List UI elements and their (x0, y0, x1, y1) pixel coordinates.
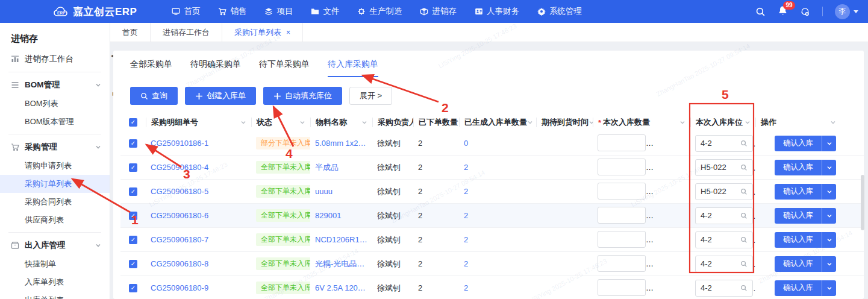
order-id-link[interactable]: CG250906180-9 (146, 283, 251, 292)
unit-select[interactable]: 个 (651, 280, 689, 297)
material-link[interactable]: 829001 (310, 211, 372, 220)
breadcrumb-tab-进销存工作台[interactable]: 进销存工作台 (151, 23, 222, 42)
confirm-dropdown-toggle[interactable] (822, 280, 836, 296)
row-checkbox[interactable]: ✓ (129, 139, 137, 148)
generated-qty-link[interactable]: 2 (459, 259, 536, 268)
confirm-inbound-button[interactable]: 确认入库 (775, 184, 836, 200)
nav-item-production[interactable]: 生产制造 (357, 6, 402, 17)
location-input[interactable]: 4-2 (695, 280, 753, 297)
material-link[interactable]: 6V 2.5A 1206自... (310, 283, 372, 294)
generated-qty-link[interactable]: 2 (459, 283, 536, 292)
sort-caret-icon[interactable] (527, 119, 533, 125)
confirm-inbound-button[interactable]: 确认入库 (775, 136, 836, 151)
unit-select[interactable]: 个 (651, 183, 689, 200)
inbound-qty-input[interactable] (598, 231, 646, 248)
inbound-qty-input[interactable] (598, 159, 646, 175)
autofill-location-button[interactable]: 自动填充库位 (263, 87, 342, 105)
nav-item-hr-finance[interactable]: 人事财务 (475, 6, 519, 17)
row-checkbox[interactable]: ✓ (129, 236, 137, 244)
confirm-inbound-button[interactable]: 确认入库 (775, 256, 836, 272)
location-input[interactable]: 4-2 (695, 256, 753, 272)
unit-select[interactable]: 个 (651, 207, 689, 224)
location-input[interactable]: 4-2 (695, 135, 753, 152)
create-inbound-order-button[interactable]: 创建入库单 (185, 87, 256, 105)
sidebar-item-进销存工作台[interactable]: 进销存工作台 (0, 49, 110, 69)
query-button[interactable]: 查询 (130, 87, 178, 105)
location-input[interactable]: H5-022 (695, 159, 753, 176)
row-checkbox[interactable]: ✓ (129, 284, 137, 292)
customer-support-icon[interactable] (800, 7, 810, 17)
confirm-dropdown-toggle[interactable] (822, 136, 836, 151)
breadcrumb-tab-首页[interactable]: 首页 (110, 23, 151, 42)
user-menu[interactable]: 李 (835, 4, 858, 19)
confirm-dropdown-toggle[interactable] (822, 256, 836, 272)
nav-item-system[interactable]: 系统管理 (537, 6, 582, 17)
row-checkbox[interactable]: ✓ (129, 163, 137, 172)
app-logo[interactable]: ERP 嘉立创云ERP (0, 5, 137, 19)
sidebar-group-出入库管理[interactable]: 出入库管理 (0, 236, 110, 255)
location-input[interactable]: 4-2 (695, 231, 753, 248)
tab-待下单采购单[interactable]: 待下单采购单 (259, 59, 310, 77)
row-checkbox[interactable]: ✓ (129, 260, 137, 268)
confirm-inbound-button[interactable]: 确认入库 (775, 208, 836, 224)
unit-select[interactable]: 个 (651, 231, 689, 248)
confirm-inbound-button[interactable]: 确认入库 (775, 160, 836, 175)
generated-qty-link[interactable]: 0 (459, 139, 536, 148)
sidebar-item-采购订单列表[interactable]: 采购订单列表 (0, 175, 110, 193)
order-id-link[interactable]: CG250906180-6 (146, 211, 251, 220)
sort-caret-icon[interactable] (361, 119, 367, 125)
sidebar-item-供应商列表[interactable]: 供应商列表 (0, 211, 110, 229)
inbound-qty-input[interactable] (598, 279, 646, 296)
inbound-qty-input[interactable] (598, 183, 646, 200)
sidebar-item-入库单列表[interactable]: 入库单列表 (0, 273, 110, 291)
confirm-dropdown-toggle[interactable] (822, 184, 836, 200)
sort-caret-icon[interactable] (589, 119, 593, 125)
row-checkbox[interactable]: ✓ (129, 187, 137, 196)
material-link[interactable]: NCD1206R1 编带 (310, 234, 372, 245)
notifications-bell-icon[interactable]: 99 (778, 5, 788, 17)
sidebar-item-请购申请列表[interactable]: 请购申请列表 (0, 157, 110, 175)
confirm-dropdown-toggle[interactable] (822, 160, 836, 175)
nav-item-home[interactable]: 首页 (172, 6, 200, 17)
generated-qty-link[interactable]: 2 (459, 187, 536, 196)
nav-item-file[interactable]: 文件 (311, 6, 339, 17)
sidebar-item-BOM列表[interactable]: BOM列表 (0, 95, 110, 113)
material-link[interactable]: 5.08mm 1x2P 排... (310, 138, 372, 149)
sidebar-group-采购管理[interactable]: 采购管理 (0, 137, 110, 157)
sort-caret-icon[interactable] (745, 119, 751, 125)
material-link[interactable]: uuuu (310, 187, 372, 196)
order-id-link[interactable]: CG250906180-7 (146, 235, 251, 244)
sort-caret-icon[interactable] (830, 119, 836, 125)
tab-待明确采购单[interactable]: 待明确采购单 (190, 59, 241, 77)
vertical-scrollbar[interactable] (861, 175, 864, 230)
confirm-inbound-button[interactable]: 确认入库 (775, 232, 836, 248)
nav-item-inventory[interactable]: 进销存 (420, 6, 457, 17)
sidebar-item-BOM版本管理[interactable]: BOM版本管理 (0, 113, 110, 131)
expand-filters-button[interactable]: 展开 > (349, 87, 392, 105)
material-link[interactable]: 光耦-光电晶体管... (310, 259, 372, 269)
confirm-dropdown-toggle[interactable] (822, 208, 836, 224)
tab-全部采购单[interactable]: 全部采购单 (130, 59, 172, 77)
nav-item-sales[interactable]: 销售 (218, 6, 246, 17)
sidebar-item-出库单列表[interactable]: 出库单列表 (0, 291, 110, 299)
unit-select[interactable]: 个 (651, 256, 689, 272)
location-input[interactable]: 4-2 (695, 207, 753, 224)
unit-select[interactable]: 支 (651, 159, 689, 176)
row-checkbox[interactable]: ✓ (129, 212, 137, 220)
generated-qty-link[interactable]: 2 (459, 235, 536, 244)
generated-qty-link[interactable]: 2 (459, 211, 536, 220)
order-id-link[interactable]: CG250906180-8 (146, 259, 251, 268)
generated-qty-link[interactable]: 2 (459, 163, 536, 172)
breadcrumb-tab-采购订单列表[interactable]: 采购订单列表× (222, 23, 303, 42)
inbound-qty-input[interactable] (598, 255, 646, 272)
select-all-checkbox[interactable]: ✓ (129, 118, 137, 127)
material-link[interactable]: 半成品 (310, 162, 372, 173)
order-id-link[interactable]: CG250906180-5 (146, 187, 251, 196)
sort-caret-icon[interactable] (299, 119, 305, 125)
location-input[interactable]: H5-022 (695, 183, 753, 200)
sidebar-item-快捷制单[interactable]: 快捷制单 (0, 255, 110, 273)
confirm-dropdown-toggle[interactable] (822, 232, 836, 248)
sort-caret-icon[interactable] (679, 119, 685, 125)
sort-caret-icon[interactable] (240, 119, 246, 125)
tab-待入库采购单[interactable]: 待入库采购单 (328, 59, 378, 77)
